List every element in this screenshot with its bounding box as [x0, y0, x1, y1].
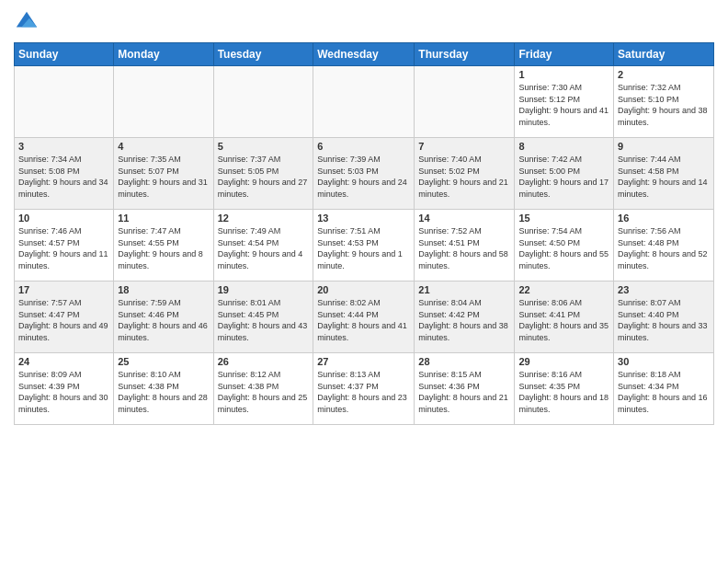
day-number: 8 — [518, 141, 609, 152]
calendar-day-cell: 16Sunrise: 7:56 AM Sunset: 4:48 PM Dayli… — [614, 210, 714, 282]
calendar-day-cell: 13Sunrise: 7:51 AM Sunset: 4:53 PM Dayli… — [313, 210, 415, 282]
weekday-header: Tuesday — [213, 43, 313, 66]
calendar-day-cell — [313, 66, 415, 138]
day-number: 15 — [518, 213, 609, 224]
logo — [14, 9, 43, 35]
day-number: 29 — [518, 356, 609, 367]
day-info: Sunrise: 7:34 AM Sunset: 5:08 PM Dayligh… — [18, 154, 109, 200]
day-info: Sunrise: 8:04 AM Sunset: 4:42 PM Dayligh… — [418, 297, 510, 343]
weekday-header: Wednesday — [313, 43, 415, 66]
day-number: 12 — [218, 213, 310, 224]
day-info: Sunrise: 8:06 AM Sunset: 4:41 PM Dayligh… — [518, 297, 609, 343]
calendar-day-cell: 4Sunrise: 7:35 AM Sunset: 5:07 PM Daylig… — [114, 138, 213, 210]
calendar-day-cell: 21Sunrise: 8:04 AM Sunset: 4:42 PM Dayli… — [415, 282, 515, 353]
calendar-header-row: SundayMondayTuesdayWednesdayThursdayFrid… — [15, 43, 714, 66]
day-number: 1 — [518, 69, 609, 80]
weekday-header: Sunday — [15, 43, 114, 66]
day-info: Sunrise: 7:30 AM Sunset: 5:12 PM Dayligh… — [518, 82, 609, 128]
day-number: 18 — [118, 284, 209, 295]
calendar-week-row: 17Sunrise: 7:57 AM Sunset: 4:47 PM Dayli… — [15, 282, 714, 353]
calendar-day-cell: 3Sunrise: 7:34 AM Sunset: 5:08 PM Daylig… — [15, 138, 114, 210]
day-number: 19 — [218, 284, 310, 295]
day-number: 24 — [18, 356, 109, 367]
calendar-day-cell: 17Sunrise: 7:57 AM Sunset: 4:47 PM Dayli… — [15, 282, 114, 353]
day-number: 16 — [618, 213, 710, 224]
calendar-week-row: 10Sunrise: 7:46 AM Sunset: 4:57 PM Dayli… — [15, 210, 714, 282]
day-number: 25 — [118, 356, 209, 367]
calendar-day-cell: 2Sunrise: 7:32 AM Sunset: 5:10 PM Daylig… — [614, 66, 714, 138]
calendar-day-cell: 29Sunrise: 8:16 AM Sunset: 4:35 PM Dayli… — [515, 353, 614, 425]
weekday-header: Thursday — [415, 43, 515, 66]
calendar-day-cell: 25Sunrise: 8:10 AM Sunset: 4:38 PM Dayli… — [114, 353, 213, 425]
calendar-week-row: 1Sunrise: 7:30 AM Sunset: 5:12 PM Daylig… — [15, 66, 714, 138]
calendar-day-cell: 1Sunrise: 7:30 AM Sunset: 5:12 PM Daylig… — [515, 66, 614, 138]
calendar-day-cell: 7Sunrise: 7:40 AM Sunset: 5:02 PM Daylig… — [415, 138, 515, 210]
day-info: Sunrise: 7:59 AM Sunset: 4:46 PM Dayligh… — [118, 297, 209, 343]
calendar-day-cell: 5Sunrise: 7:37 AM Sunset: 5:05 PM Daylig… — [213, 138, 313, 210]
day-info: Sunrise: 7:47 AM Sunset: 4:55 PM Dayligh… — [118, 225, 209, 271]
day-number: 30 — [618, 356, 710, 367]
day-info: Sunrise: 7:37 AM Sunset: 5:05 PM Dayligh… — [218, 154, 310, 200]
calendar-day-cell: 12Sunrise: 7:49 AM Sunset: 4:54 PM Dayli… — [213, 210, 313, 282]
day-number: 14 — [418, 213, 510, 224]
calendar-day-cell: 6Sunrise: 7:39 AM Sunset: 5:03 PM Daylig… — [313, 138, 415, 210]
day-number: 27 — [317, 356, 410, 367]
day-number: 17 — [18, 284, 109, 295]
page-container: SundayMondayTuesdayWednesdayThursdayFrid… — [0, 0, 728, 563]
day-info: Sunrise: 7:32 AM Sunset: 5:10 PM Dayligh… — [618, 82, 710, 128]
calendar-day-cell: 26Sunrise: 8:12 AM Sunset: 4:38 PM Dayli… — [213, 353, 313, 425]
day-info: Sunrise: 8:18 AM Sunset: 4:34 PM Dayligh… — [618, 369, 710, 415]
calendar-day-cell: 18Sunrise: 7:59 AM Sunset: 4:46 PM Dayli… — [114, 282, 213, 353]
day-info: Sunrise: 8:02 AM Sunset: 4:44 PM Dayligh… — [317, 297, 410, 343]
calendar-week-row: 24Sunrise: 8:09 AM Sunset: 4:39 PM Dayli… — [15, 353, 714, 425]
calendar-day-cell — [213, 66, 313, 138]
calendar-day-cell: 22Sunrise: 8:06 AM Sunset: 4:41 PM Dayli… — [515, 282, 614, 353]
day-number: 23 — [618, 284, 710, 295]
logo-icon — [14, 9, 40, 35]
day-info: Sunrise: 7:54 AM Sunset: 4:50 PM Dayligh… — [518, 225, 609, 271]
day-info: Sunrise: 8:12 AM Sunset: 4:38 PM Dayligh… — [218, 369, 310, 415]
weekday-header: Friday — [515, 43, 614, 66]
day-info: Sunrise: 7:57 AM Sunset: 4:47 PM Dayligh… — [18, 297, 109, 343]
day-number: 28 — [418, 356, 510, 367]
day-number: 7 — [418, 141, 510, 152]
calendar-day-cell: 8Sunrise: 7:42 AM Sunset: 5:00 PM Daylig… — [515, 138, 614, 210]
day-info: Sunrise: 7:35 AM Sunset: 5:07 PM Dayligh… — [118, 154, 209, 200]
calendar-day-cell: 23Sunrise: 8:07 AM Sunset: 4:40 PM Dayli… — [614, 282, 714, 353]
calendar-day-cell: 24Sunrise: 8:09 AM Sunset: 4:39 PM Dayli… — [15, 353, 114, 425]
day-info: Sunrise: 7:49 AM Sunset: 4:54 PM Dayligh… — [218, 225, 310, 271]
day-info: Sunrise: 7:42 AM Sunset: 5:00 PM Dayligh… — [518, 154, 609, 200]
day-number: 21 — [418, 284, 510, 295]
calendar-day-cell: 28Sunrise: 8:15 AM Sunset: 4:36 PM Dayli… — [415, 353, 515, 425]
day-number: 6 — [317, 141, 410, 152]
day-number: 5 — [218, 141, 310, 152]
calendar-day-cell: 11Sunrise: 7:47 AM Sunset: 4:55 PM Dayli… — [114, 210, 213, 282]
day-info: Sunrise: 7:44 AM Sunset: 4:58 PM Dayligh… — [618, 154, 710, 200]
calendar-day-cell: 14Sunrise: 7:52 AM Sunset: 4:51 PM Dayli… — [415, 210, 515, 282]
calendar-day-cell — [114, 66, 213, 138]
calendar-day-cell: 20Sunrise: 8:02 AM Sunset: 4:44 PM Dayli… — [313, 282, 415, 353]
calendar-day-cell: 15Sunrise: 7:54 AM Sunset: 4:50 PM Dayli… — [515, 210, 614, 282]
calendar-table: SundayMondayTuesdayWednesdayThursdayFrid… — [14, 42, 714, 425]
calendar-day-cell — [15, 66, 114, 138]
day-info: Sunrise: 7:56 AM Sunset: 4:48 PM Dayligh… — [618, 225, 710, 271]
day-number: 13 — [317, 213, 410, 224]
calendar-day-cell: 19Sunrise: 8:01 AM Sunset: 4:45 PM Dayli… — [213, 282, 313, 353]
day-info: Sunrise: 7:52 AM Sunset: 4:51 PM Dayligh… — [418, 225, 510, 271]
page-header — [14, 9, 714, 35]
calendar-day-cell: 30Sunrise: 8:18 AM Sunset: 4:34 PM Dayli… — [614, 353, 714, 425]
day-number: 4 — [118, 141, 209, 152]
day-info: Sunrise: 8:09 AM Sunset: 4:39 PM Dayligh… — [18, 369, 109, 415]
day-info: Sunrise: 7:51 AM Sunset: 4:53 PM Dayligh… — [317, 225, 410, 271]
day-number: 22 — [518, 284, 609, 295]
calendar-day-cell: 27Sunrise: 8:13 AM Sunset: 4:37 PM Dayli… — [313, 353, 415, 425]
weekday-header: Saturday — [614, 43, 714, 66]
day-info: Sunrise: 7:46 AM Sunset: 4:57 PM Dayligh… — [18, 225, 109, 271]
calendar-week-row: 3Sunrise: 7:34 AM Sunset: 5:08 PM Daylig… — [15, 138, 714, 210]
day-info: Sunrise: 8:10 AM Sunset: 4:38 PM Dayligh… — [118, 369, 209, 415]
calendar-day-cell — [415, 66, 515, 138]
weekday-header: Monday — [114, 43, 213, 66]
day-info: Sunrise: 8:16 AM Sunset: 4:35 PM Dayligh… — [518, 369, 609, 415]
day-number: 26 — [218, 356, 310, 367]
day-number: 3 — [18, 141, 109, 152]
